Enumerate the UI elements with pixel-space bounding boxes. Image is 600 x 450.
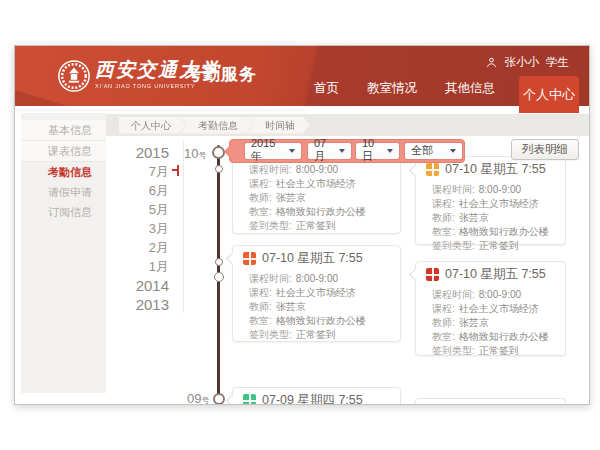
sidebar-item-schedule-info[interactable]: 课表信息 xyxy=(21,141,106,162)
field-label: 教室: xyxy=(432,226,455,237)
timeline-node xyxy=(212,146,225,159)
field-value: 正常签到 xyxy=(296,329,336,340)
timeline-nav-2014[interactable]: 2014 xyxy=(115,276,169,295)
sidebar-item-basic-info[interactable]: 基本信息 xyxy=(21,120,106,141)
field-label: 签到类型: xyxy=(249,329,292,340)
timeline-nav-divider xyxy=(183,141,184,313)
field-label: 课程: xyxy=(432,198,455,209)
sidebar-item-subscription-info[interactable]: 订阅信息 xyxy=(21,202,106,222)
timeline-nav-jul[interactable]: 7月 xyxy=(115,162,169,181)
field-value: 8:00-9:00 xyxy=(479,289,521,300)
user-icon xyxy=(485,56,498,69)
field-value: 张芸京 xyxy=(276,301,306,312)
timeline-nav-2013[interactable]: 2013 xyxy=(115,295,169,314)
field-value: 格物致知行政办公楼 xyxy=(276,315,366,326)
timeline-nav-2015[interactable]: 2015 xyxy=(115,143,169,162)
status-badge-icon xyxy=(243,252,256,265)
field-value: 社会主义市场经济 xyxy=(276,287,356,298)
card-date: 07-09 星期四 7:55 xyxy=(262,392,363,405)
timeline-nav-jun[interactable]: 6月 xyxy=(115,181,169,200)
app-title: 考勤服务 xyxy=(185,63,257,86)
field-label: 课程时间: xyxy=(249,273,292,284)
field-label: 教师: xyxy=(249,192,272,203)
attendance-card: 07-10 星期五 7:55 课程时间:8:00-9:00 课程:社会主义市场经… xyxy=(415,261,566,356)
timeline-nav-jan[interactable]: 1月 xyxy=(115,257,169,276)
field-label: 课程: xyxy=(432,303,455,314)
page-background: 西安交通大学 XI'AN JIAO TONG UNIVERSITY 考勤服务 张… xyxy=(0,0,600,450)
field-label: 签到类型: xyxy=(432,345,475,356)
field-value: 社会主义市场经济 xyxy=(459,198,539,209)
attendance-card: 07-10 星期五 7:55 课程时间:8:00-9:00 课程:社会主义市场经… xyxy=(232,245,401,342)
status-badge-icon xyxy=(426,268,439,281)
field-value: 正常签到 xyxy=(479,345,519,356)
attendance-card: 07-09 星期四 7:55 xyxy=(232,387,401,405)
dropdown-caret-icon xyxy=(289,149,295,153)
day-marker-10: 10号 xyxy=(184,146,206,161)
timeline-year-month-nav: 2015 7月 6月 5月 3月 2月 1月 2014 2013 xyxy=(115,143,169,314)
field-label: 签到类型: xyxy=(432,240,475,251)
field-value: 社会主义市场经济 xyxy=(459,303,539,314)
field-value: 格物致知行政办公楼 xyxy=(276,206,366,217)
field-value: 张芸京 xyxy=(459,212,489,223)
status-badge-icon xyxy=(243,394,256,405)
field-label: 课程: xyxy=(249,287,272,298)
day-marker-09: 09号 xyxy=(187,391,209,405)
field-label: 课程: xyxy=(249,178,272,189)
user-role: 学生 xyxy=(546,55,569,70)
list-detail-button[interactable]: 列表明细 xyxy=(511,139,579,160)
university-logo-icon xyxy=(57,59,91,97)
breadcrumb-attendance-info[interactable]: 考勤信息 xyxy=(180,117,253,134)
nav-classrooms[interactable]: 教室情况 xyxy=(353,80,431,113)
nav-home[interactable]: 首页 xyxy=(300,80,353,113)
field-label: 课程时间: xyxy=(249,164,292,175)
field-label: 教室: xyxy=(249,315,272,326)
main-nav: 首页 教室情况 其他信息 个人中心 xyxy=(300,76,579,113)
current-month-marker xyxy=(172,165,179,176)
day-select[interactable]: 10日 xyxy=(356,143,399,159)
timeline-nav-feb[interactable]: 2月 xyxy=(115,238,169,257)
field-label: 教室: xyxy=(432,331,455,342)
field-value: 张芸京 xyxy=(276,192,306,203)
breadcrumb-timeline[interactable]: 时间轴 xyxy=(247,117,310,134)
field-value: 张芸京 xyxy=(459,317,489,328)
field-value: 8:00-9:00 xyxy=(296,273,338,284)
app-window: 西安交通大学 XI'AN JIAO TONG UNIVERSITY 考勤服务 张… xyxy=(14,45,590,405)
sidebar-item-attendance-info[interactable]: 考勤信息 xyxy=(21,162,106,182)
date-filter-bar: 2015年 07月 10日 全部 xyxy=(229,139,465,163)
timeline-nav-may[interactable]: 5月 xyxy=(115,200,169,219)
field-value: 社会主义市场经济 xyxy=(276,178,356,189)
nav-tab-personal-center[interactable]: 个人中心 xyxy=(519,76,579,113)
user-name: 张小小 xyxy=(505,55,540,70)
field-value: 格物致知行政办公楼 xyxy=(459,331,549,342)
card-date: 07-10 星期五 7:55 xyxy=(262,250,363,267)
nav-other-info[interactable]: 其他信息 xyxy=(431,80,509,113)
month-select[interactable]: 07月 xyxy=(308,143,351,159)
timeline-node xyxy=(215,165,223,173)
timeline-node xyxy=(213,393,225,405)
timeline-node xyxy=(214,272,224,282)
user-info[interactable]: 张小小 学生 xyxy=(485,55,570,70)
field-value: 格物致知行政办公楼 xyxy=(459,226,549,237)
field-label: 教师: xyxy=(432,212,455,223)
field-label: 教师: xyxy=(249,301,272,312)
field-label: 课程时间: xyxy=(432,289,475,300)
app-header: 西安交通大学 XI'AN JIAO TONG UNIVERSITY 考勤服务 张… xyxy=(15,46,589,106)
year-select[interactable]: 2015年 xyxy=(245,143,301,159)
timeline-nav-mar[interactable]: 3月 xyxy=(115,219,169,238)
field-value: 正常签到 xyxy=(296,220,336,231)
attendance-card-clipped xyxy=(415,398,566,405)
dropdown-caret-icon xyxy=(450,149,456,153)
field-value: 正常签到 xyxy=(479,240,519,251)
field-value: 8:00-9:00 xyxy=(296,164,338,175)
breadcrumb-personal-center[interactable]: 个人中心 xyxy=(119,117,186,134)
sidebar-item-leave-request[interactable]: 请假申请 xyxy=(21,182,106,202)
scope-select[interactable]: 全部 xyxy=(405,143,462,159)
field-label: 教室: xyxy=(249,206,272,217)
card-date: 07-10 星期五 7:55 xyxy=(445,266,546,283)
field-label: 签到类型: xyxy=(249,220,292,231)
timeline-node xyxy=(215,258,223,266)
field-label: 教师: xyxy=(432,317,455,328)
field-label: 课程时间: xyxy=(432,184,475,195)
filter-bar-arrow xyxy=(224,145,237,158)
field-value: 8:00-9:00 xyxy=(479,184,521,195)
